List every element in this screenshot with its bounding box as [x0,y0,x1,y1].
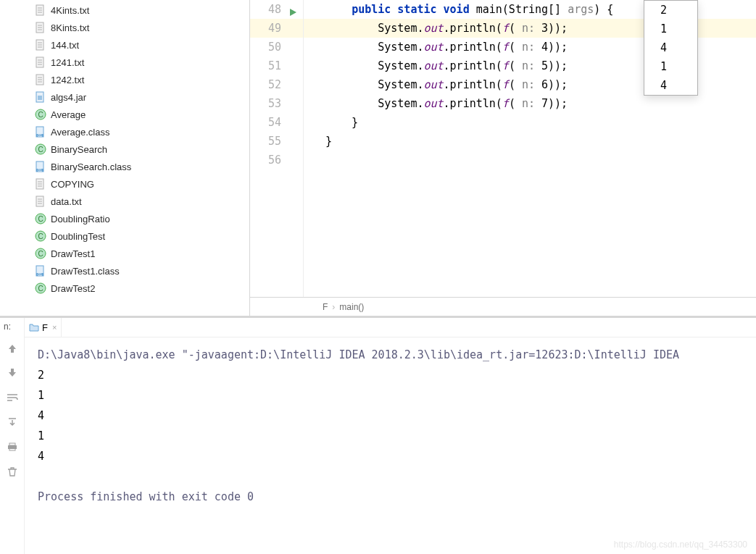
tree-item-label: Average [51,109,86,120]
tree-item-label: BinarySearch.class [51,161,131,172]
tree-item[interactable]: COPYING [32,175,249,193]
file-icon: 01 [35,126,46,138]
tree-item[interactable]: 4Kints.txt [32,1,249,19]
file-icon [35,196,46,207]
console-line: 4 [38,406,743,426]
svg-text:01: 01 [38,168,42,172]
console-line: 4 [38,446,743,466]
tree-item-label: 1241.txt [51,57,84,68]
line-number[interactable]: 52 [250,75,303,94]
down-icon[interactable] [5,366,20,380]
run-label: n: [4,322,11,332]
hint-popup[interactable]: 21414 [644,0,698,96]
file-icon [35,39,46,51]
up-icon[interactable] [5,341,20,356]
breadcrumb[interactable]: F › main() [250,297,756,316]
tree-item-label: BinarySearch [51,144,107,155]
svg-rect-53 [9,448,15,450]
code-editor[interactable]: 21414 public static void main(String[] a… [304,0,756,297]
tree-item[interactable]: CDoublingRatio [32,210,249,227]
line-gutter[interactable]: 484950515253545556 [250,0,304,297]
console-line: 1 [38,426,743,446]
line-number[interactable]: 49 [250,19,303,38]
run-tab[interactable]: F × [25,318,62,337]
svg-text:C: C [38,215,43,223]
tree-item-label: 1242.txt [51,75,84,85]
tree-item-label: 4Kints.txt [51,5,89,16]
file-icon [35,74,46,85]
popup-item[interactable]: 2 [644,1,697,20]
tree-item[interactable]: 144.txt [32,36,249,54]
file-icon: 01 [35,265,46,277]
scroll-to-end-icon[interactable] [5,415,20,429]
popup-item[interactable]: 4 [644,76,697,95]
tree-item[interactable]: 8Kints.txt [32,19,249,36]
file-icon [35,4,46,16]
file-icon [35,56,46,68]
close-icon[interactable]: × [52,323,57,332]
line-number[interactable]: 54 [250,113,303,132]
file-icon: C [35,230,46,242]
print-icon[interactable] [5,440,20,454]
tree-item-label: DrawTest1.class [51,266,120,277]
file-icon: C [35,143,46,155]
popup-item[interactable]: 1 [644,20,697,38]
file-icon [35,22,46,33]
tree-item-label: DrawTest1 [51,248,95,259]
line-number[interactable]: 53 [250,94,303,113]
tree-item[interactable]: 1241.txt [32,54,249,71]
code-line[interactable]: } [304,113,756,132]
project-tree[interactable]: 4Kints.txt8Kints.txt144.txt1241.txt1242.… [0,0,250,316]
line-number[interactable]: 51 [250,56,303,75]
file-icon [35,178,46,190]
tree-item[interactable]: CBinarySearch [32,140,249,158]
console-output[interactable]: D:\Java8\bin\java.exe "-javaagent:D:\Int… [25,337,756,554]
folder-icon [29,322,39,332]
popup-item[interactable]: 1 [644,57,697,76]
tree-item[interactable]: algs4.jar [32,88,249,106]
console-exit: Process finished with exit code 0 [38,487,743,507]
svg-rect-51 [9,443,15,445]
tree-item[interactable]: CAverage [32,106,249,123]
tree-item-label: DoublingRatio [51,214,110,224]
file-icon [35,91,46,103]
tree-item[interactable]: CDoublingTest [32,227,249,245]
svg-text:C: C [38,232,43,240]
tree-item-label: 8Kints.txt [51,22,89,33]
console-blank [38,466,743,487]
soft-wrap-icon[interactable] [5,390,20,405]
svg-text:C: C [38,146,43,154]
tree-item-label: DoublingTest [51,231,105,242]
svg-text:01: 01 [38,272,42,277]
tree-item-label: Average.class [51,127,109,138]
line-number[interactable]: 50 [250,38,303,56]
breadcrumb-item[interactable]: F [323,302,328,312]
code-line[interactable] [304,151,756,169]
trash-icon[interactable] [5,464,20,479]
code-line[interactable]: } [304,132,756,151]
tree-item-label: DrawTest2 [51,283,95,294]
file-icon: 01 [35,161,46,172]
line-number[interactable]: 55 [250,132,303,151]
svg-text:C: C [38,285,43,293]
editor-pane: 484950515253545556 21414 public static v… [250,0,756,316]
svg-text:01: 01 [38,133,42,138]
tree-item-label: algs4.jar [51,92,86,103]
run-toolbar [0,318,25,554]
svg-text:C: C [38,250,43,258]
tree-item-label: data.txt [51,196,82,207]
tree-item[interactable]: 01DrawTest1.class [32,262,249,280]
tree-item[interactable]: CDrawTest2 [32,280,249,297]
tree-item[interactable]: 01BinarySearch.class [32,158,249,175]
tree-item[interactable]: 1242.txt [32,71,249,88]
tree-item[interactable]: data.txt [32,193,249,210]
breadcrumb-item[interactable]: main() [339,302,364,312]
tree-item[interactable]: CDrawTest1 [32,245,249,262]
chevron-right-icon: › [332,302,335,312]
line-number[interactable]: 56 [250,151,303,169]
file-icon: C [35,109,46,120]
line-number[interactable]: 48 [250,0,303,19]
tree-item[interactable]: 01Average.class [32,123,249,140]
popup-item[interactable]: 4 [644,38,697,57]
code-line[interactable]: System.out.println(f( n: 7)); [304,94,756,113]
